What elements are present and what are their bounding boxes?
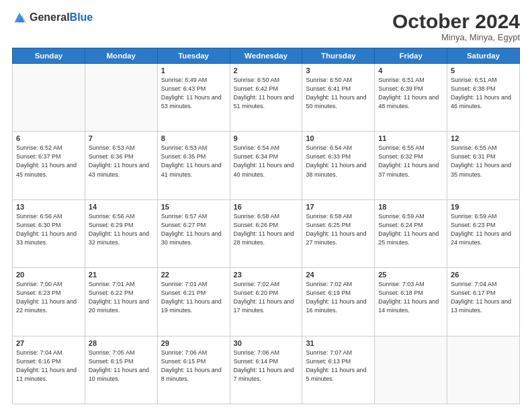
logo: GeneralBlue: [12, 10, 93, 25]
calendar-cell: 2Sunrise: 6:50 AM Sunset: 6:42 PM Daylig…: [230, 64, 302, 132]
day-number: 16: [234, 203, 299, 211]
day-number: 20: [16, 271, 81, 279]
day-info: Sunrise: 6:59 AM Sunset: 6:23 PM Dayligh…: [451, 212, 516, 247]
calendar-cell: 25Sunrise: 7:03 AM Sunset: 6:18 PM Dayli…: [375, 268, 447, 336]
calendar-cell: 24Sunrise: 7:02 AM Sunset: 6:19 PM Dayli…: [302, 268, 375, 336]
day-number: 30: [234, 339, 299, 347]
calendar-cell: 27Sunrise: 7:04 AM Sunset: 6:16 PM Dayli…: [13, 336, 85, 404]
title-area: October 2024 Minya, Minya, Egypt: [392, 10, 520, 42]
day-info: Sunrise: 6:59 AM Sunset: 6:24 PM Dayligh…: [378, 212, 443, 247]
day-number: 21: [89, 271, 154, 279]
calendar-cell: 18Sunrise: 6:59 AM Sunset: 6:24 PM Dayli…: [375, 199, 447, 267]
calendar-cell: 11Sunrise: 6:55 AM Sunset: 6:32 PM Dayli…: [375, 132, 447, 199]
day-number: 8: [161, 134, 226, 142]
weekday-header-friday: Friday: [375, 48, 447, 64]
day-info: Sunrise: 7:03 AM Sunset: 6:18 PM Dayligh…: [378, 280, 443, 315]
day-number: 27: [16, 339, 81, 347]
page: GeneralBlue October 2024 Minya, Minya, E…: [0, 0, 532, 411]
day-number: 15: [161, 203, 226, 211]
logo-icon: [12, 10, 27, 25]
day-number: 22: [161, 271, 226, 279]
day-info: Sunrise: 6:58 AM Sunset: 6:26 PM Dayligh…: [234, 212, 299, 247]
day-number: 10: [306, 134, 371, 142]
calendar-cell: 21Sunrise: 7:01 AM Sunset: 6:22 PM Dayli…: [85, 268, 157, 336]
day-number: 5: [451, 66, 516, 75]
day-info: Sunrise: 7:06 AM Sunset: 6:14 PM Dayligh…: [234, 349, 299, 383]
day-number: 14: [89, 203, 154, 211]
day-info: Sunrise: 6:57 AM Sunset: 6:27 PM Dayligh…: [161, 212, 226, 247]
weekday-header-row: SundayMondayTuesdayWednesdayThursdayFrid…: [13, 48, 520, 64]
day-info: Sunrise: 7:04 AM Sunset: 6:17 PM Dayligh…: [451, 280, 516, 315]
weekday-header-monday: Monday: [85, 48, 157, 64]
month-title: October 2024: [392, 10, 520, 32]
day-number: 6: [16, 134, 81, 142]
calendar-cell: 6Sunrise: 6:52 AM Sunset: 6:37 PM Daylig…: [13, 132, 85, 199]
weekday-header-thursday: Thursday: [302, 48, 375, 64]
day-info: Sunrise: 7:07 AM Sunset: 6:13 PM Dayligh…: [306, 349, 371, 383]
calendar-cell: 20Sunrise: 7:00 AM Sunset: 6:23 PM Dayli…: [13, 268, 85, 336]
day-info: Sunrise: 6:55 AM Sunset: 6:31 PM Dayligh…: [451, 144, 516, 179]
calendar-week-3: 13Sunrise: 6:56 AM Sunset: 6:30 PM Dayli…: [13, 199, 520, 267]
calendar-cell: 30Sunrise: 7:06 AM Sunset: 6:14 PM Dayli…: [230, 336, 302, 404]
day-number: 3: [306, 66, 371, 75]
weekday-header-sunday: Sunday: [13, 48, 85, 64]
calendar-cell: 17Sunrise: 6:58 AM Sunset: 6:25 PM Dayli…: [302, 199, 375, 267]
day-number: 24: [306, 271, 371, 279]
day-number: 7: [89, 134, 154, 142]
calendar-cell: 7Sunrise: 6:53 AM Sunset: 6:36 PM Daylig…: [85, 132, 157, 199]
day-info: Sunrise: 7:02 AM Sunset: 6:20 PM Dayligh…: [234, 280, 299, 315]
calendar-cell: 4Sunrise: 6:51 AM Sunset: 6:39 PM Daylig…: [375, 64, 447, 132]
day-info: Sunrise: 6:52 AM Sunset: 6:37 PM Dayligh…: [16, 144, 81, 179]
calendar-cell: 23Sunrise: 7:02 AM Sunset: 6:20 PM Dayli…: [230, 268, 302, 336]
day-info: Sunrise: 6:56 AM Sunset: 6:29 PM Dayligh…: [89, 212, 154, 247]
day-info: Sunrise: 6:58 AM Sunset: 6:25 PM Dayligh…: [306, 212, 371, 247]
day-info: Sunrise: 6:54 AM Sunset: 6:34 PM Dayligh…: [234, 144, 299, 179]
day-number: 29: [161, 339, 226, 347]
calendar-cell: 15Sunrise: 6:57 AM Sunset: 6:27 PM Dayli…: [157, 199, 230, 267]
day-info: Sunrise: 6:53 AM Sunset: 6:35 PM Dayligh…: [161, 144, 226, 179]
calendar-cell: 31Sunrise: 7:07 AM Sunset: 6:13 PM Dayli…: [302, 336, 375, 404]
calendar-cell: 26Sunrise: 7:04 AM Sunset: 6:17 PM Dayli…: [447, 268, 520, 336]
location-subtitle: Minya, Minya, Egypt: [392, 32, 520, 42]
day-info: Sunrise: 7:02 AM Sunset: 6:19 PM Dayligh…: [306, 280, 371, 315]
calendar-week-5: 27Sunrise: 7:04 AM Sunset: 6:16 PM Dayli…: [13, 336, 520, 404]
day-info: Sunrise: 6:53 AM Sunset: 6:36 PM Dayligh…: [89, 144, 154, 179]
logo-blue: Blue: [70, 11, 93, 23]
calendar-cell: 29Sunrise: 7:06 AM Sunset: 6:15 PM Dayli…: [157, 336, 230, 404]
calendar-cell: 10Sunrise: 6:54 AM Sunset: 6:33 PM Dayli…: [302, 132, 375, 199]
day-info: Sunrise: 7:04 AM Sunset: 6:16 PM Dayligh…: [16, 349, 81, 383]
day-info: Sunrise: 6:54 AM Sunset: 6:33 PM Dayligh…: [306, 144, 371, 179]
day-number: 31: [306, 339, 371, 347]
calendar-week-2: 6Sunrise: 6:52 AM Sunset: 6:37 PM Daylig…: [13, 132, 520, 199]
calendar-cell: 22Sunrise: 7:01 AM Sunset: 6:21 PM Dayli…: [157, 268, 230, 336]
day-info: Sunrise: 7:06 AM Sunset: 6:15 PM Dayligh…: [161, 349, 226, 383]
day-number: 13: [16, 203, 81, 211]
day-number: 26: [451, 271, 516, 279]
calendar-table: SundayMondayTuesdayWednesdayThursdayFrid…: [12, 48, 520, 404]
calendar-cell: [13, 64, 85, 132]
day-info: Sunrise: 7:00 AM Sunset: 6:23 PM Dayligh…: [16, 280, 81, 315]
day-info: Sunrise: 7:01 AM Sunset: 6:21 PM Dayligh…: [161, 280, 226, 315]
day-number: 17: [306, 203, 371, 211]
calendar-cell: 16Sunrise: 6:58 AM Sunset: 6:26 PM Dayli…: [230, 199, 302, 267]
day-info: Sunrise: 6:50 AM Sunset: 6:41 PM Dayligh…: [306, 76, 371, 111]
day-info: Sunrise: 6:56 AM Sunset: 6:30 PM Dayligh…: [16, 212, 81, 247]
day-number: 9: [234, 134, 299, 142]
calendar-cell: 12Sunrise: 6:55 AM Sunset: 6:31 PM Dayli…: [447, 132, 520, 199]
day-info: Sunrise: 6:51 AM Sunset: 6:38 PM Dayligh…: [451, 76, 516, 111]
calendar-week-4: 20Sunrise: 7:00 AM Sunset: 6:23 PM Dayli…: [13, 268, 520, 336]
day-number: 18: [378, 203, 443, 211]
weekday-header-wednesday: Wednesday: [230, 48, 302, 64]
day-number: 11: [378, 134, 443, 142]
calendar-cell: [375, 336, 447, 404]
calendar-cell: 28Sunrise: 7:05 AM Sunset: 6:15 PM Dayli…: [85, 336, 157, 404]
calendar-cell: 5Sunrise: 6:51 AM Sunset: 6:38 PM Daylig…: [447, 64, 520, 132]
calendar-cell: 19Sunrise: 6:59 AM Sunset: 6:23 PM Dayli…: [447, 199, 520, 267]
day-info: Sunrise: 6:55 AM Sunset: 6:32 PM Dayligh…: [378, 144, 443, 179]
day-number: 1: [161, 66, 226, 75]
day-info: Sunrise: 7:01 AM Sunset: 6:22 PM Dayligh…: [89, 280, 154, 315]
day-number: 23: [234, 271, 299, 279]
day-number: 4: [378, 66, 443, 75]
day-number: 28: [89, 339, 154, 347]
weekday-header-tuesday: Tuesday: [157, 48, 230, 64]
